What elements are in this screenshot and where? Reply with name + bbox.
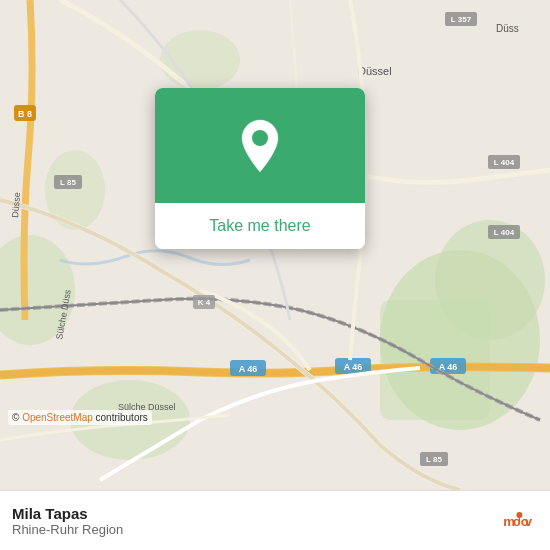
svg-text:L 404: L 404 [494, 158, 515, 167]
location-pin-icon [237, 118, 283, 174]
svg-text:A 46: A 46 [344, 362, 363, 372]
svg-point-38 [516, 512, 522, 518]
svg-text:A 46: A 46 [239, 364, 258, 374]
take-me-there-button[interactable]: Take me there [155, 203, 365, 249]
popup-header [155, 88, 365, 203]
svg-text:B 8: B 8 [18, 109, 32, 119]
osm-link[interactable]: OpenStreetMap [22, 412, 93, 423]
moovit-logo: m oo v [502, 503, 538, 539]
map-view[interactable]: A 46 A 46 A 46 B 8 K 4 L 85 L 357 L 404 [0, 0, 550, 490]
svg-text:L 357: L 357 [451, 15, 472, 24]
svg-text:L 85: L 85 [60, 178, 76, 187]
svg-text:Düss: Düss [496, 23, 519, 34]
svg-text:L 404: L 404 [494, 228, 515, 237]
svg-text:L 85: L 85 [426, 455, 442, 464]
location-region: Rhine-Ruhr Region [12, 522, 123, 537]
info-bar: Mila Tapas Rhine-Ruhr Region m oo v [0, 490, 550, 550]
svg-text:v: v [525, 513, 533, 528]
location-popup: Take me there [155, 88, 365, 249]
svg-point-33 [252, 130, 268, 146]
moovit-logo-icon: m oo v [502, 503, 538, 539]
location-name: Mila Tapas [12, 505, 123, 522]
map-attribution: © OpenStreetMap contributors [8, 410, 152, 425]
svg-text:K 4: K 4 [198, 298, 211, 307]
location-info: Mila Tapas Rhine-Ruhr Region [12, 505, 123, 537]
